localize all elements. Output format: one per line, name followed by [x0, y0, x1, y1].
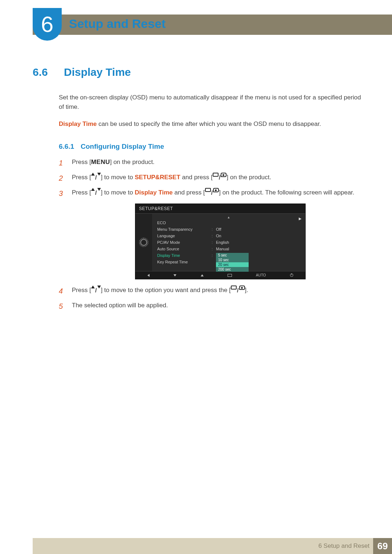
chapter-number: 6: [41, 13, 53, 36]
step-text: The selected option will be applied.: [72, 300, 363, 312]
nav-auto-label: AUTO: [256, 273, 266, 277]
nav-up-icon: [201, 274, 204, 276]
target-setup-reset: SETUP&RESET: [135, 174, 180, 181]
osd-row-language: Language:On: [152, 233, 305, 239]
target-display-time: Display Time: [135, 189, 173, 196]
nav-left-icon: [147, 274, 150, 277]
step-number: 4: [59, 285, 65, 297]
manual-page: 6 Setup and Reset 6.6 Display Time Set t…: [0, 0, 392, 554]
step-list: 1 Press [MENU] on the product. 2 Press […: [59, 157, 363, 312]
osd-option: 5 sec: [216, 253, 249, 258]
step-number: 2: [59, 172, 65, 184]
osd-row-eco: ECO: [152, 219, 305, 226]
content-area: 6.6 Display Time Set the on-screen displ…: [33, 66, 363, 316]
subsection-number: 6.6.1: [59, 143, 74, 151]
step-number: 5: [59, 300, 65, 312]
intro-highlight: Display Time: [59, 120, 97, 127]
nav-power-icon: [290, 274, 293, 277]
osd-footer: AUTO: [135, 271, 305, 279]
footer-page-number: 69: [373, 538, 392, 554]
step-number: 3: [59, 188, 65, 199]
step-text: Press [/] to move to SETUP&RESET and pre…: [72, 172, 363, 184]
step-text: Press [MENU] on the product.: [72, 157, 363, 169]
up-down-icon: /: [91, 188, 101, 198]
intro-paragraph-2: Display Time can be used to specify the …: [59, 119, 363, 129]
osd-dropdown: 5 sec 10 sec 20 sec 200 sec: [216, 253, 249, 272]
osd-option: 200 sec: [216, 267, 249, 272]
osd-icon-column: [135, 214, 152, 271]
osd-row-autosource: Auto Source:Manual: [152, 246, 305, 252]
intro-rest: can be used to specify the time after wh…: [97, 120, 321, 127]
up-down-icon: /: [91, 286, 101, 295]
subsection-title: Configuring Display Time: [81, 143, 164, 151]
section-number: 6.6: [33, 66, 54, 78]
step-4: 4 Press [/] to move to the option you wa…: [59, 285, 363, 297]
step-number: 1: [59, 157, 65, 169]
gear-icon: [140, 239, 147, 246]
step-text: Press [/] to move to the option you want…: [72, 285, 363, 297]
subsection-heading: 6.6.1 Configuring Display Time: [59, 143, 363, 151]
osd-option-selected: 20 sec: [216, 262, 249, 267]
up-down-icon: /: [91, 173, 101, 182]
source-enter-icon: /: [205, 188, 219, 198]
section-title: Display Time: [64, 66, 131, 78]
footer-chapter-label: 6 Setup and Reset: [318, 542, 369, 550]
arrow-up-icon: ▲: [152, 215, 305, 219]
osd-body: ▶ ▲ ECO Menu Transparency:Off Language:O…: [135, 214, 305, 271]
section-heading: 6.6 Display Time: [33, 66, 363, 78]
chapter-title: Setup and Reset: [69, 17, 166, 31]
intro-paragraph-1: Set the on-screen display (OSD) menu to …: [59, 93, 363, 112]
osd-title: SETUP&RESET: [135, 204, 305, 214]
step-3: 3 Press [/] to move to Display Time and …: [59, 188, 363, 199]
step-2: 2 Press [/] to move to SETUP&RESET and p…: [59, 172, 363, 184]
osd-list: ▶ ▲ ECO Menu Transparency:Off Language:O…: [152, 214, 305, 271]
osd-panel: SETUP&RESET ▶ ▲ ECO Menu Transparency:Of…: [135, 204, 306, 279]
footer-bar: 6 Setup and Reset 69: [33, 538, 392, 554]
osd-row-pcav: PC/AV Mode:English: [152, 239, 305, 246]
source-enter-icon: /: [213, 173, 227, 182]
menu-button-label: MENU: [91, 159, 110, 165]
source-enter-icon: /: [231, 286, 245, 295]
osd-option: 10 sec: [216, 258, 249, 262]
step-text: Press [/] to move to Display Time and pr…: [72, 188, 363, 199]
chapter-badge: 6: [33, 8, 62, 41]
osd-row-transparency: Menu Transparency:Off: [152, 226, 305, 233]
osd-screenshot: SETUP&RESET ▶ ▲ ECO Menu Transparency:Of…: [135, 204, 306, 279]
step-5: 5 The selected option will be applied.: [59, 300, 363, 312]
nav-source-icon: [228, 274, 232, 277]
step-1: 1 Press [MENU] on the product.: [59, 157, 363, 169]
nav-down-icon: [173, 274, 176, 276]
